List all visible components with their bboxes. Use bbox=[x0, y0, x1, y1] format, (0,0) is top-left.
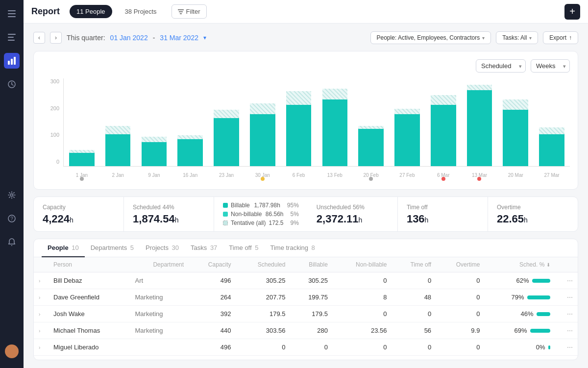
row-scheduled: 305.25 bbox=[236, 272, 291, 289]
date-expand-icon[interactable]: ▾ bbox=[203, 34, 206, 41]
list-icon[interactable] bbox=[4, 29, 20, 45]
tab-tasks[interactable]: Tasks 37 bbox=[185, 239, 223, 257]
main-content: Report 11 People 38 Projects Filter + ‹ … bbox=[24, 0, 588, 368]
col-sched-pct[interactable]: Sched. % ⬇ bbox=[485, 257, 555, 272]
row-scheduled: 0 bbox=[236, 339, 291, 356]
svg-rect-8 bbox=[14, 57, 16, 65]
svg-rect-0 bbox=[8, 10, 16, 11]
col-capacity[interactable]: Capacity bbox=[189, 257, 236, 272]
row-dept: Marketing bbox=[130, 322, 189, 339]
table-row[interactable]: › Dave Greenfield Marketing 264 207.75 1… bbox=[34, 289, 578, 306]
table-row[interactable]: › Josh Wake Marketing 392 179.5 179.5 0 … bbox=[34, 306, 578, 322]
tab-departments[interactable]: Departments 5 bbox=[85, 239, 140, 257]
row-capacity: 496 bbox=[189, 272, 236, 289]
row-billable: 0 bbox=[290, 339, 332, 356]
row-more[interactable]: ⋯ bbox=[555, 356, 578, 360]
row-billable: 179.5 bbox=[290, 306, 332, 322]
row-expand[interactable]: › bbox=[34, 272, 49, 289]
menu-icon[interactable] bbox=[4, 6, 20, 22]
row-timeoff: 48 bbox=[392, 289, 436, 306]
col-nonbillable[interactable]: Non-billable bbox=[333, 257, 392, 272]
dot-marker bbox=[261, 177, 265, 181]
start-date[interactable]: 01 Jan 2022 bbox=[110, 34, 148, 42]
clock-icon[interactable] bbox=[4, 76, 20, 92]
x-label: 9 Jan bbox=[148, 172, 160, 178]
add-button[interactable]: + bbox=[564, 4, 580, 20]
row-capacity: 440 bbox=[189, 322, 236, 339]
datebar: ‹ › This quarter: 01 Jan 2022 - 31 Mar 2… bbox=[33, 31, 578, 44]
capacity-value: 4,224 bbox=[43, 213, 70, 225]
row-nonbillable: 31.5 bbox=[333, 356, 392, 360]
tab-projects[interactable]: Projects 30 bbox=[140, 239, 185, 257]
people-filter-pill[interactable]: People: Active, Employees, Contractors ▾ bbox=[370, 31, 491, 44]
row-nonbillable: 8 bbox=[333, 289, 392, 306]
col-overtime[interactable]: Overtime bbox=[436, 257, 485, 272]
svg-rect-5 bbox=[8, 40, 15, 41]
row-expand[interactable]: › bbox=[34, 306, 49, 322]
prev-period-button[interactable]: ‹ bbox=[33, 32, 45, 44]
row-timeoff: 0 bbox=[392, 339, 436, 356]
svg-line-11 bbox=[12, 84, 13, 85]
export-button[interactable]: Export ↑ bbox=[543, 31, 578, 44]
scheduled-card: Scheduled44% 1,874.54h bbox=[124, 197, 214, 231]
bar-group: 2 Jan bbox=[100, 78, 136, 166]
avatar[interactable] bbox=[5, 344, 19, 358]
dot-marker bbox=[80, 177, 84, 181]
row-scheduled: 303.56 bbox=[236, 322, 291, 339]
table-row[interactable]: › Miguel Liberado 496 0 0 0 0 0 0% ⋯ bbox=[34, 339, 578, 356]
col-dept[interactable]: Department bbox=[130, 257, 189, 272]
capacity-label: Capacity bbox=[43, 204, 115, 211]
gear-icon[interactable] bbox=[4, 187, 20, 203]
table-row[interactable]: › Bill Debaz Art 496 305.25 305.25 0 0 0… bbox=[34, 272, 578, 289]
table-row[interactable]: › Naomi Ong Creative 496 314.98 283.48 3… bbox=[34, 356, 578, 360]
view-select-wrap[interactable]: Scheduled bbox=[476, 59, 526, 73]
row-billable: 280 bbox=[290, 322, 332, 339]
row-expand[interactable]: › bbox=[34, 322, 49, 339]
tab-timetracking[interactable]: Time tracking 8 bbox=[264, 239, 320, 257]
tab-timeoff[interactable]: Time off 5 bbox=[223, 239, 264, 257]
col-scheduled[interactable]: Scheduled bbox=[236, 257, 291, 272]
view-select[interactable]: Scheduled bbox=[476, 59, 526, 73]
bell-icon[interactable] bbox=[4, 234, 20, 250]
tasks-filter-pill[interactable]: Tasks: All ▾ bbox=[496, 31, 538, 44]
bar-group: 1 Jan bbox=[64, 78, 100, 166]
topbar: Report 11 People 38 Projects Filter + bbox=[24, 0, 588, 24]
row-more[interactable]: ⋯ bbox=[555, 272, 578, 289]
table-row[interactable]: › Michael Thomas Marketing 440 303.56 28… bbox=[34, 322, 578, 339]
timeoff-value: 136 bbox=[407, 213, 425, 225]
filter-button[interactable]: Filter bbox=[172, 4, 207, 19]
row-more[interactable]: ⋯ bbox=[555, 289, 578, 306]
col-person[interactable]: Person bbox=[49, 257, 130, 272]
period-select[interactable]: Weeks bbox=[531, 59, 570, 73]
period-select-wrap[interactable]: Weeks bbox=[531, 59, 570, 73]
people-table: Person Department Capacity Scheduled Bil… bbox=[34, 257, 578, 360]
chart-controls: Scheduled Weeks bbox=[42, 59, 570, 73]
tentative-dot bbox=[223, 221, 228, 225]
legend-area: Billable 1,787.98h 95% Non-billable 86.5… bbox=[214, 197, 308, 231]
row-capacity: 392 bbox=[189, 306, 236, 322]
end-date[interactable]: 31 Mar 2022 bbox=[160, 34, 198, 42]
help-icon[interactable]: ? bbox=[4, 211, 20, 226]
row-more[interactable]: ⋯ bbox=[555, 306, 578, 322]
tab-people[interactable]: People 10 bbox=[42, 239, 85, 257]
projects-tab[interactable]: 38 Projects bbox=[118, 5, 164, 18]
row-sched-pct: 69% bbox=[485, 322, 555, 339]
x-label: 20 Mar bbox=[508, 172, 523, 178]
people-tab[interactable]: 11 People bbox=[70, 5, 112, 18]
tasks-filter-caret: ▾ bbox=[529, 35, 532, 41]
col-billable[interactable]: Billable bbox=[290, 257, 332, 272]
row-more[interactable]: ⋯ bbox=[555, 322, 578, 339]
next-period-button[interactable]: › bbox=[50, 32, 62, 44]
row-billable: 283.48 bbox=[290, 356, 332, 360]
bar-group: 27 Mar bbox=[534, 78, 570, 166]
col-timeoff[interactable]: Time off bbox=[392, 257, 436, 272]
people-filter-caret: ▾ bbox=[482, 35, 485, 41]
row-more[interactable]: ⋯ bbox=[555, 339, 578, 356]
row-expand[interactable]: › bbox=[34, 289, 49, 306]
x-label: 16 Jan bbox=[183, 172, 197, 178]
x-label: 27 Mar bbox=[544, 172, 559, 178]
chart-icon[interactable] bbox=[4, 53, 20, 69]
row-expand[interactable]: › bbox=[34, 356, 49, 360]
row-expand[interactable]: › bbox=[34, 339, 49, 356]
row-dept: Marketing bbox=[130, 289, 189, 306]
